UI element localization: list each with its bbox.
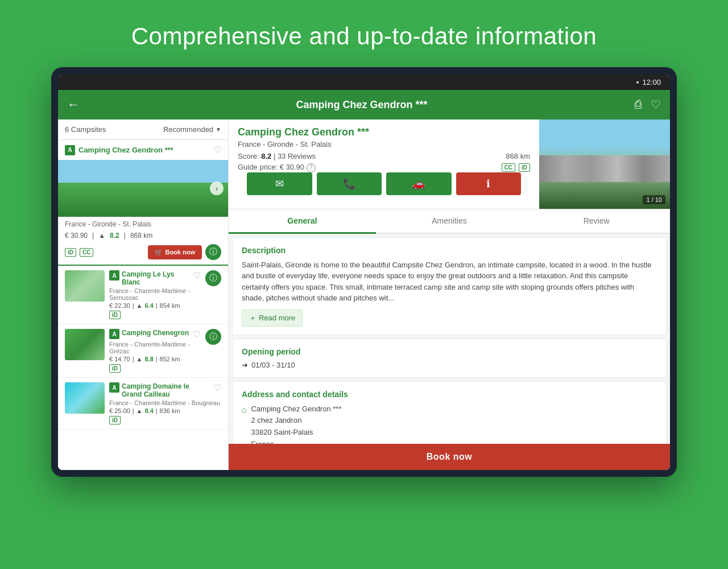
address-title: Address and contact details — [242, 390, 657, 399]
grand-cailleau-distance: 836 km — [160, 407, 180, 414]
chenegron-location: France - Charente-Maritime - Grézac — [109, 341, 201, 354]
detail-score-row: Score: 8.2 | 33 Reviews 868 km — [238, 152, 530, 160]
address-content: ⌂ Camping Chez Gendron *** 2 chez Jandro… — [242, 403, 657, 444]
lys-badge-id: iD — [109, 311, 121, 319]
sidebar: 6 Campsites Recommended ▼ A Camping Chez… — [58, 119, 229, 470]
campsite-card-chenegron[interactable]: A Camping Chenegron ♡ France - Charente-… — [58, 324, 228, 378]
status-time: 12:00 — [642, 78, 661, 86]
tab-review[interactable]: Review — [523, 209, 670, 234]
lys-blanc-location: France - Charente-Maritime - Semussac — [109, 287, 201, 301]
lys-info-button[interactable]: ⓘ — [205, 270, 221, 286]
page-title: Comprehensive and up-to-date information — [131, 23, 597, 50]
favorite-icon[interactable]: ♡ — [651, 98, 661, 112]
read-more-label: Read more — [259, 314, 295, 322]
detail-campsite-name: Camping Chez Gendron *** — [238, 126, 530, 138]
detail-content: Description Saint-Palais, Gironde is hom… — [229, 234, 670, 444]
detail-campsite-image: 1 / 10 — [539, 119, 670, 209]
active-campsite-badges: iD CC 🛒 Book now ⓘ — [58, 242, 228, 265]
score-person-icon: ▲ — [98, 232, 105, 240]
address-line-4: France — [251, 439, 341, 444]
chenegron-details: A Camping Chenegron ♡ France - Charente-… — [109, 329, 201, 373]
detail-price: Guide price: € 30.90 ? — [238, 163, 316, 172]
address-line-3: 33820 Saint-Palais — [251, 427, 341, 439]
chenegron-favorite[interactable]: ♡ — [193, 329, 201, 340]
description-title: Description — [242, 246, 657, 255]
lys-blanc-favorite[interactable]: ♡ — [193, 270, 201, 281]
chenegron-info-button[interactable]: ⓘ — [205, 329, 221, 345]
campsite-card-grand-cailleau[interactable]: A Camping Domaine le Grand Cailleau ♡ Fr… — [58, 378, 228, 430]
grand-cailleau-price-row: € 25.00 | ▲ 8.4 | 836 km — [109, 407, 221, 414]
lys-blanc-header: A Camping Le Lys Blanc ♡ — [109, 270, 201, 286]
back-button[interactable]: ← — [67, 97, 80, 112]
lys-blanc-name: Camping Le Lys Blanc — [122, 270, 191, 286]
book-now-button-sidebar[interactable]: 🛒 Book now — [148, 245, 202, 259]
detail-price-row: Guide price: € 30.90 ? CC iD — [238, 163, 530, 172]
chenegron-header: A Camping Chenegron ♡ — [109, 329, 201, 340]
badge-id: iD — [65, 248, 76, 257]
grand-cailleau-price: € 25.00 — [109, 407, 130, 414]
chenegron-price-row: € 14.70 | ▲ 8.8 | 852 km — [109, 356, 201, 362]
sort-arrow-icon: ▼ — [216, 126, 221, 133]
score-separator: | — [92, 232, 94, 240]
campsite-thumb-col — [65, 270, 105, 319]
chenegron-thumb-col — [65, 329, 105, 373]
detail-location: France - Gironde - St. Palais — [238, 140, 530, 149]
score-separator2: | — [124, 232, 126, 240]
lys-distance: 854 km — [160, 302, 180, 309]
image-counter: 1 / 10 — [643, 195, 665, 204]
sort-selector[interactable]: Recommended ▼ — [163, 125, 221, 134]
calendar-icon: ➜ — [242, 361, 248, 369]
lys-person-icon: ▲ — [136, 302, 143, 309]
read-more-button[interactable]: ＋ Read more — [242, 310, 303, 327]
plus-icon: ＋ — [249, 313, 257, 323]
active-campsite-location: France - Gironde - St. Palais — [58, 217, 228, 230]
detail-header: Camping Chez Gendron *** France - Girond… — [229, 119, 670, 209]
chenegron-score: 8.8 — [144, 356, 153, 362]
detail-score: Score: 8.2 | 33 Reviews — [238, 152, 316, 160]
lys-blanc-thumbnail — [65, 270, 105, 302]
email-button[interactable]: ✉ — [247, 172, 312, 195]
book-now-bar[interactable]: Book now — [229, 444, 670, 470]
top-bar-icons: ⎙ ♡ — [635, 98, 661, 112]
active-campsite-price-row: € 30.90 | ▲ 8.2 | 868 km — [58, 230, 228, 242]
tablet-screen: ▪ 12:00 ← Camping Chez Gendron *** ⎙ ♡ 6… — [58, 74, 670, 470]
detail-top: Camping Chez Gendron *** France - Girond… — [229, 119, 670, 209]
grand-cailleau-details: A Camping Domaine le Grand Cailleau ♡ Fr… — [109, 382, 221, 424]
grand-cailleau-badges: iD — [109, 416, 221, 424]
active-campsite-name: Camping Chez Gendron *** — [78, 146, 210, 154]
chenegron-person-icon: ▲ — [136, 356, 143, 362]
grand-cailleau-name: Camping Domaine le Grand Cailleau — [122, 382, 211, 398]
directions-button[interactable]: 🚗 — [386, 172, 452, 195]
active-campsite-card[interactable]: A Camping Chez Gendron *** ♡ › France - … — [58, 140, 228, 266]
chenegron-badge-id: iD — [109, 364, 121, 373]
right-panel: Camping Chez Gendron *** France - Girond… — [229, 119, 670, 470]
booking-button[interactable]: ℹ — [456, 172, 522, 195]
detail-badge-id: iD — [519, 163, 530, 172]
price-info-icon[interactable]: ? — [307, 163, 316, 172]
grand-cailleau-thumbnail — [65, 382, 105, 414]
campsite-card-lys-blanc[interactable]: A Camping Le Lys Blanc ♡ France - Charen… — [58, 266, 228, 324]
status-bar: ▪ 12:00 — [58, 74, 670, 90]
active-score: 8.2 — [110, 232, 119, 240]
active-distance: 868 km — [130, 232, 152, 240]
active-campsite-image: › — [58, 160, 228, 217]
active-price: € 30.90 — [65, 232, 88, 240]
battery-icon: ▪ — [636, 78, 639, 86]
tab-general[interactable]: General — [229, 209, 376, 234]
info-button[interactable]: ⓘ — [205, 244, 221, 260]
next-image-button[interactable]: › — [210, 182, 224, 195]
tab-amenities[interactable]: Amenities — [376, 209, 523, 234]
phone-button[interactable]: 📞 — [317, 172, 382, 195]
active-favorite-icon[interactable]: ♡ — [213, 145, 221, 155]
reviews-count: 33 Reviews — [278, 152, 316, 160]
grand-cailleau-favorite[interactable]: ♡ — [213, 382, 221, 393]
tabs-bar: General Amenities Review — [229, 209, 670, 234]
home-icon: ⌂ — [242, 403, 246, 444]
chenegron-price: € 14.70 — [109, 356, 130, 362]
address-line-2: 2 chez Jandron — [251, 415, 341, 427]
opening-period-section: Opening period ➜ 01/03 - 31/10 — [232, 339, 667, 378]
price-text: Guide price: € 30.90 — [238, 163, 304, 171]
address-line-1: Camping Chez Gendron *** — [251, 403, 341, 415]
share-icon[interactable]: ⎙ — [635, 98, 642, 112]
active-campsite-header: A Camping Chez Gendron *** ♡ — [58, 140, 228, 160]
